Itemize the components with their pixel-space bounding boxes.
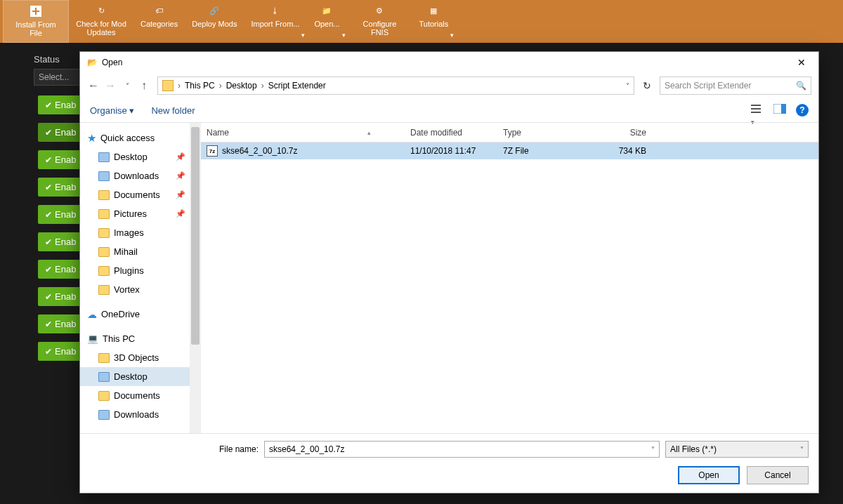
filter-dropdown[interactable]: ˅ <box>800 446 804 453</box>
close-button[interactable]: ✕ <box>792 57 811 68</box>
tree-item[interactable]: Downloads <box>80 405 190 424</box>
tree-item[interactable]: Plugins <box>80 261 190 280</box>
forward-button[interactable]: → <box>104 79 117 92</box>
breadcrumb[interactable]: Script Extender <box>268 81 326 91</box>
dialog-body: ★Quick access Desktop📌 Downloads📌 Docume… <box>80 122 818 433</box>
check-icon: ✔ <box>45 210 52 220</box>
tree-item[interactable]: 3D Objects <box>80 348 190 367</box>
mod-row-enabled[interactable]: ✔Enab <box>38 232 81 251</box>
link-icon: 🔗 <box>207 3 222 18</box>
folder-icon <box>98 171 110 181</box>
filename-dropdown[interactable]: ˅ <box>651 446 655 453</box>
check-icon: ✔ <box>45 319 52 329</box>
toolbar-categories[interactable]: 🏷 Categories <box>133 0 185 43</box>
toolbar-install-from-file[interactable]: Install From File <box>3 0 69 43</box>
toolbar-open[interactable]: 📁 Open... ▾ <box>306 0 347 43</box>
mod-row-enabled[interactable]: ✔Enab <box>38 260 81 279</box>
folder-icon <box>98 410 110 420</box>
open-button[interactable]: Open <box>678 466 740 484</box>
address-bar[interactable]: › This PC › Desktop › Script Extender ˅ <box>157 77 634 95</box>
tree-item[interactable]: Images <box>80 223 190 242</box>
folder-icon <box>98 266 110 276</box>
up-button[interactable]: ↑ <box>138 79 150 92</box>
mod-row-enabled[interactable]: ✔Enab <box>38 287 81 306</box>
tree-onedrive[interactable]: ☁OneDrive <box>80 305 190 324</box>
svg-rect-7 <box>781 104 786 114</box>
check-icon: ✔ <box>45 265 52 274</box>
mod-row-enabled[interactable]: ✔Enab <box>38 150 81 169</box>
mod-row-enabled[interactable]: ✔Enab <box>38 95 81 114</box>
recent-locations-button[interactable]: ˅ <box>121 79 133 92</box>
mod-row-enabled[interactable]: ✔Enab <box>38 342 81 361</box>
svg-rect-2 <box>32 11 39 12</box>
toolbar-check-updates[interactable]: ↻ Check for Mod Updates <box>69 0 133 43</box>
new-folder-button[interactable]: New folder <box>151 105 195 116</box>
tree-item[interactable]: Documents📌 <box>80 185 190 204</box>
file-list: Name▴ Date modified Type Size 7zskse64_2… <box>201 123 818 433</box>
folder-icon <box>98 372 110 382</box>
breadcrumb[interactable]: This PC <box>185 81 215 91</box>
check-icon: ✔ <box>45 155 52 165</box>
organise-menu[interactable]: Organise ▾ <box>90 105 134 116</box>
refresh-icon: ↻ <box>93 3 109 18</box>
status-filter-select[interactable]: Select... <box>34 69 81 86</box>
dialog-nav-row: ← → ˅ ↑ › This PC › Desktop › Script Ext… <box>80 73 818 98</box>
toolbar-configure-fnis[interactable]: ⚙ Configure FNIS <box>347 0 412 43</box>
check-icon: ✔ <box>45 237 52 247</box>
toolbar-deploy-mods[interactable]: 🔗 Deploy Mods <box>185 0 244 43</box>
caret-down-icon: ▾ <box>301 32 305 39</box>
file-row[interactable]: 7zskse64_2_00_10.7z 11/10/2018 11:47 7Z … <box>201 142 818 159</box>
cancel-button[interactable]: Cancel <box>747 466 809 484</box>
filename-label: File name: <box>209 444 259 454</box>
folder-icon <box>98 190 110 200</box>
address-dropdown[interactable]: ˅ <box>626 82 629 90</box>
svg-rect-5 <box>751 112 761 113</box>
filename-input[interactable]: skse64_2_00_10.7z ˅ <box>264 441 660 458</box>
folder-icon <box>98 152 110 162</box>
scrollbar-thumb[interactable] <box>191 127 200 345</box>
chevron-right-icon: › <box>261 81 264 91</box>
mod-list-panel: Status Select... ✔Enab ✔Enab ✔Enab ✔Enab… <box>0 43 81 369</box>
view-mode-button[interactable]: ▾ <box>751 104 764 117</box>
tree-item[interactable]: Desktop <box>80 367 190 386</box>
search-placeholder: Search Script Extender <box>665 81 751 91</box>
refresh-button[interactable]: ↻ <box>639 80 655 91</box>
tree-item[interactable]: Documents <box>80 386 190 405</box>
folder-icon <box>162 80 174 91</box>
chevron-right-icon: › <box>178 81 181 91</box>
plus-box-icon <box>28 4 44 19</box>
tree-scrollbar[interactable] <box>190 123 201 433</box>
mod-row-enabled[interactable]: ✔Enab <box>38 314 81 333</box>
file-filter-select[interactable]: All Files (*.*) ˅ <box>665 441 809 458</box>
back-button[interactable]: ← <box>87 79 100 92</box>
sort-asc-icon: ▴ <box>367 129 371 136</box>
tree-quick-access[interactable]: ★Quick access <box>80 128 190 147</box>
tree-this-pc[interactable]: 💻This PC <box>80 329 190 348</box>
pin-icon: 📌 <box>176 190 185 199</box>
archive-icon: 7z <box>207 145 218 157</box>
search-input[interactable]: Search Script Extender 🔍 <box>660 77 811 95</box>
dialog-titlebar: 📂 Open ✕ <box>80 52 818 73</box>
tree-item[interactable]: Mihail <box>80 242 190 261</box>
toolbar-tutorials[interactable]: ▦ Tutorials ▾ <box>412 0 455 43</box>
tree-item[interactable]: Vortex <box>80 280 190 299</box>
tree-item[interactable]: Pictures📌 <box>80 204 190 223</box>
file-open-dialog: 📂 Open ✕ ← → ˅ ↑ › This PC › Desktop › S… <box>79 51 819 493</box>
column-size[interactable]: Size <box>589 128 652 138</box>
pin-icon: 📌 <box>176 171 185 180</box>
dialog-title: Open <box>102 58 122 67</box>
vortex-toolbar: Install From File ↻ Check for Mod Update… <box>0 0 843 43</box>
column-date[interactable]: Date modified <box>405 128 497 138</box>
mod-row-enabled[interactable]: ✔Enab <box>38 123 81 142</box>
tree-item[interactable]: Downloads📌 <box>80 166 190 185</box>
breadcrumb[interactable]: Desktop <box>226 81 257 91</box>
mod-row-enabled[interactable]: ✔Enab <box>38 178 81 197</box>
preview-pane-button[interactable] <box>773 104 786 117</box>
help-button[interactable]: ? <box>796 104 809 117</box>
toolbar-import-from[interactable]: ⭳ Import From... ▾ <box>244 0 306 43</box>
column-type[interactable]: Type <box>497 128 589 138</box>
mod-row-enabled[interactable]: ✔Enab <box>38 205 81 224</box>
column-name[interactable]: Name▴ <box>201 128 405 138</box>
tree-item[interactable]: Desktop📌 <box>80 147 190 166</box>
svg-rect-3 <box>751 105 761 106</box>
